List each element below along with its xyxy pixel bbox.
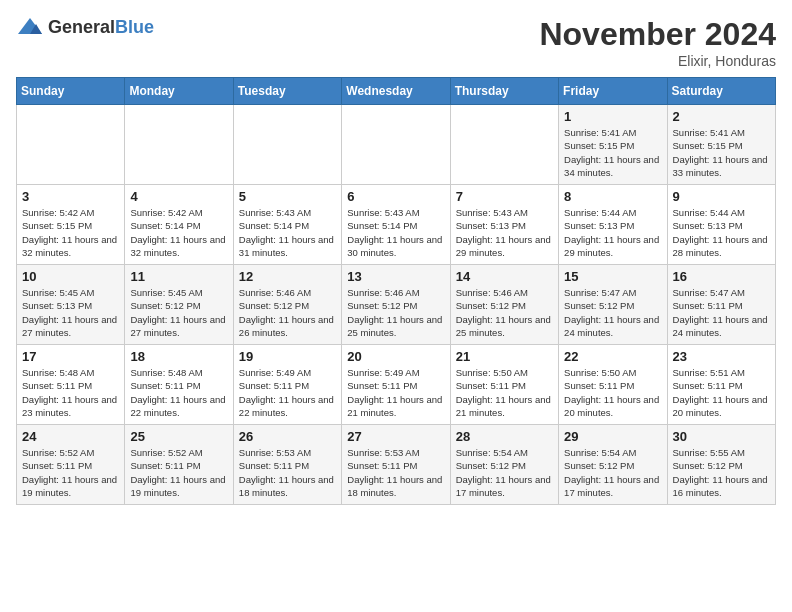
day-info: Sunrise: 5:52 AM Sunset: 5:11 PM Dayligh… bbox=[22, 446, 119, 499]
day-cell: 2Sunrise: 5:41 AM Sunset: 5:15 PM Daylig… bbox=[667, 105, 775, 185]
day-number: 20 bbox=[347, 349, 444, 364]
day-number: 26 bbox=[239, 429, 336, 444]
day-cell: 17Sunrise: 5:48 AM Sunset: 5:11 PM Dayli… bbox=[17, 345, 125, 425]
day-info: Sunrise: 5:50 AM Sunset: 5:11 PM Dayligh… bbox=[456, 366, 553, 419]
day-number: 23 bbox=[673, 349, 770, 364]
day-info: Sunrise: 5:46 AM Sunset: 5:12 PM Dayligh… bbox=[456, 286, 553, 339]
day-cell: 18Sunrise: 5:48 AM Sunset: 5:11 PM Dayli… bbox=[125, 345, 233, 425]
logo: GeneralBlue bbox=[16, 16, 154, 38]
day-cell: 20Sunrise: 5:49 AM Sunset: 5:11 PM Dayli… bbox=[342, 345, 450, 425]
day-number: 22 bbox=[564, 349, 661, 364]
day-number: 25 bbox=[130, 429, 227, 444]
header-cell-tuesday: Tuesday bbox=[233, 78, 341, 105]
day-info: Sunrise: 5:52 AM Sunset: 5:11 PM Dayligh… bbox=[130, 446, 227, 499]
week-row-2: 10Sunrise: 5:45 AM Sunset: 5:13 PM Dayli… bbox=[17, 265, 776, 345]
day-number: 30 bbox=[673, 429, 770, 444]
day-number: 29 bbox=[564, 429, 661, 444]
day-info: Sunrise: 5:54 AM Sunset: 5:12 PM Dayligh… bbox=[456, 446, 553, 499]
day-info: Sunrise: 5:49 AM Sunset: 5:11 PM Dayligh… bbox=[239, 366, 336, 419]
day-cell bbox=[17, 105, 125, 185]
logo-text: GeneralBlue bbox=[48, 17, 154, 38]
day-info: Sunrise: 5:43 AM Sunset: 5:14 PM Dayligh… bbox=[347, 206, 444, 259]
day-info: Sunrise: 5:53 AM Sunset: 5:11 PM Dayligh… bbox=[347, 446, 444, 499]
day-number: 21 bbox=[456, 349, 553, 364]
day-cell: 26Sunrise: 5:53 AM Sunset: 5:11 PM Dayli… bbox=[233, 425, 341, 505]
day-cell: 24Sunrise: 5:52 AM Sunset: 5:11 PM Dayli… bbox=[17, 425, 125, 505]
week-row-1: 3Sunrise: 5:42 AM Sunset: 5:15 PM Daylig… bbox=[17, 185, 776, 265]
day-info: Sunrise: 5:42 AM Sunset: 5:15 PM Dayligh… bbox=[22, 206, 119, 259]
day-info: Sunrise: 5:44 AM Sunset: 5:13 PM Dayligh… bbox=[564, 206, 661, 259]
day-info: Sunrise: 5:48 AM Sunset: 5:11 PM Dayligh… bbox=[22, 366, 119, 419]
day-cell: 10Sunrise: 5:45 AM Sunset: 5:13 PM Dayli… bbox=[17, 265, 125, 345]
day-cell: 12Sunrise: 5:46 AM Sunset: 5:12 PM Dayli… bbox=[233, 265, 341, 345]
day-info: Sunrise: 5:55 AM Sunset: 5:12 PM Dayligh… bbox=[673, 446, 770, 499]
day-cell: 21Sunrise: 5:50 AM Sunset: 5:11 PM Dayli… bbox=[450, 345, 558, 425]
day-number: 2 bbox=[673, 109, 770, 124]
day-info: Sunrise: 5:47 AM Sunset: 5:11 PM Dayligh… bbox=[673, 286, 770, 339]
day-cell: 19Sunrise: 5:49 AM Sunset: 5:11 PM Dayli… bbox=[233, 345, 341, 425]
day-cell: 29Sunrise: 5:54 AM Sunset: 5:12 PM Dayli… bbox=[559, 425, 667, 505]
day-cell: 27Sunrise: 5:53 AM Sunset: 5:11 PM Dayli… bbox=[342, 425, 450, 505]
day-number: 28 bbox=[456, 429, 553, 444]
day-info: Sunrise: 5:49 AM Sunset: 5:11 PM Dayligh… bbox=[347, 366, 444, 419]
day-cell: 3Sunrise: 5:42 AM Sunset: 5:15 PM Daylig… bbox=[17, 185, 125, 265]
day-cell bbox=[233, 105, 341, 185]
day-info: Sunrise: 5:45 AM Sunset: 5:12 PM Dayligh… bbox=[130, 286, 227, 339]
day-info: Sunrise: 5:50 AM Sunset: 5:11 PM Dayligh… bbox=[564, 366, 661, 419]
day-cell: 23Sunrise: 5:51 AM Sunset: 5:11 PM Dayli… bbox=[667, 345, 775, 425]
day-info: Sunrise: 5:45 AM Sunset: 5:13 PM Dayligh… bbox=[22, 286, 119, 339]
day-number: 7 bbox=[456, 189, 553, 204]
day-number: 5 bbox=[239, 189, 336, 204]
day-number: 15 bbox=[564, 269, 661, 284]
day-number: 9 bbox=[673, 189, 770, 204]
day-number: 6 bbox=[347, 189, 444, 204]
day-cell: 15Sunrise: 5:47 AM Sunset: 5:12 PM Dayli… bbox=[559, 265, 667, 345]
day-number: 1 bbox=[564, 109, 661, 124]
day-number: 8 bbox=[564, 189, 661, 204]
day-info: Sunrise: 5:46 AM Sunset: 5:12 PM Dayligh… bbox=[239, 286, 336, 339]
day-cell bbox=[450, 105, 558, 185]
day-info: Sunrise: 5:51 AM Sunset: 5:11 PM Dayligh… bbox=[673, 366, 770, 419]
header: GeneralBlue November 2024 Elixir, Hondur… bbox=[16, 16, 776, 69]
day-cell bbox=[125, 105, 233, 185]
day-cell: 1Sunrise: 5:41 AM Sunset: 5:15 PM Daylig… bbox=[559, 105, 667, 185]
header-cell-thursday: Thursday bbox=[450, 78, 558, 105]
day-cell: 4Sunrise: 5:42 AM Sunset: 5:14 PM Daylig… bbox=[125, 185, 233, 265]
day-cell: 28Sunrise: 5:54 AM Sunset: 5:12 PM Dayli… bbox=[450, 425, 558, 505]
logo-blue: Blue bbox=[115, 17, 154, 37]
day-number: 10 bbox=[22, 269, 119, 284]
header-cell-friday: Friday bbox=[559, 78, 667, 105]
calendar-table: SundayMondayTuesdayWednesdayThursdayFrid… bbox=[16, 77, 776, 505]
day-number: 27 bbox=[347, 429, 444, 444]
header-cell-monday: Monday bbox=[125, 78, 233, 105]
day-info: Sunrise: 5:53 AM Sunset: 5:11 PM Dayligh… bbox=[239, 446, 336, 499]
day-cell: 9Sunrise: 5:44 AM Sunset: 5:13 PM Daylig… bbox=[667, 185, 775, 265]
day-number: 13 bbox=[347, 269, 444, 284]
day-info: Sunrise: 5:47 AM Sunset: 5:12 PM Dayligh… bbox=[564, 286, 661, 339]
day-number: 3 bbox=[22, 189, 119, 204]
day-info: Sunrise: 5:54 AM Sunset: 5:12 PM Dayligh… bbox=[564, 446, 661, 499]
day-number: 17 bbox=[22, 349, 119, 364]
day-cell: 30Sunrise: 5:55 AM Sunset: 5:12 PM Dayli… bbox=[667, 425, 775, 505]
day-number: 19 bbox=[239, 349, 336, 364]
day-number: 12 bbox=[239, 269, 336, 284]
day-cell: 6Sunrise: 5:43 AM Sunset: 5:14 PM Daylig… bbox=[342, 185, 450, 265]
day-info: Sunrise: 5:41 AM Sunset: 5:15 PM Dayligh… bbox=[673, 126, 770, 179]
day-cell: 7Sunrise: 5:43 AM Sunset: 5:13 PM Daylig… bbox=[450, 185, 558, 265]
day-info: Sunrise: 5:48 AM Sunset: 5:11 PM Dayligh… bbox=[130, 366, 227, 419]
day-info: Sunrise: 5:42 AM Sunset: 5:14 PM Dayligh… bbox=[130, 206, 227, 259]
logo-icon bbox=[16, 16, 44, 38]
header-cell-sunday: Sunday bbox=[17, 78, 125, 105]
day-info: Sunrise: 5:41 AM Sunset: 5:15 PM Dayligh… bbox=[564, 126, 661, 179]
month-title: November 2024 bbox=[539, 16, 776, 53]
day-cell: 25Sunrise: 5:52 AM Sunset: 5:11 PM Dayli… bbox=[125, 425, 233, 505]
day-info: Sunrise: 5:43 AM Sunset: 5:14 PM Dayligh… bbox=[239, 206, 336, 259]
title-area: November 2024 Elixir, Honduras bbox=[539, 16, 776, 69]
day-info: Sunrise: 5:43 AM Sunset: 5:13 PM Dayligh… bbox=[456, 206, 553, 259]
calendar-header: SundayMondayTuesdayWednesdayThursdayFrid… bbox=[17, 78, 776, 105]
header-row: SundayMondayTuesdayWednesdayThursdayFrid… bbox=[17, 78, 776, 105]
calendar-body: 1Sunrise: 5:41 AM Sunset: 5:15 PM Daylig… bbox=[17, 105, 776, 505]
day-number: 24 bbox=[22, 429, 119, 444]
day-number: 16 bbox=[673, 269, 770, 284]
day-cell: 5Sunrise: 5:43 AM Sunset: 5:14 PM Daylig… bbox=[233, 185, 341, 265]
